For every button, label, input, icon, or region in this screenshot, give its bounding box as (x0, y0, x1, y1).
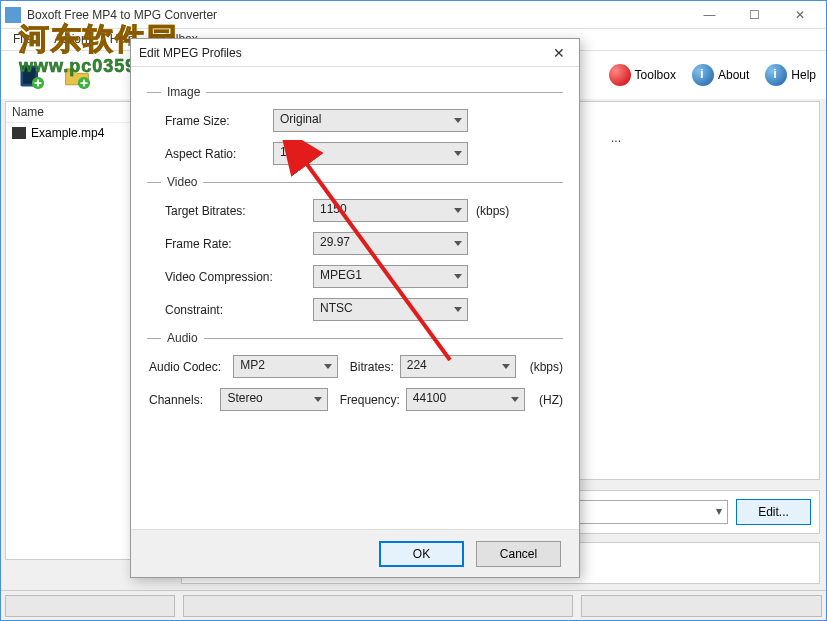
kbps-unit: (kbps) (476, 204, 509, 218)
main-toolbar-left (11, 56, 97, 96)
help-label: Help (791, 68, 816, 82)
dialog-close-button[interactable]: ✕ (547, 45, 571, 61)
target-bitrates-select[interactable]: 1150 (313, 199, 468, 222)
add-file-button[interactable] (11, 56, 51, 96)
hz-unit: (HZ) (539, 393, 563, 407)
group-video-label: Video (167, 175, 197, 189)
video-compression-select[interactable]: MPEG1 (313, 265, 468, 288)
aspect-ratio-select[interactable]: 1:1 (273, 142, 468, 165)
ellipsis: ... (611, 131, 621, 145)
window-title: Boxoft Free MP4 to MPG Converter (27, 8, 687, 22)
audio-codec-label: Audio Codec: (149, 360, 227, 374)
add-folder-button[interactable] (57, 56, 97, 96)
status-seg-2 (183, 595, 573, 617)
audio-bitrates-select[interactable]: 224 (400, 355, 516, 378)
channels-select[interactable]: Stereo (220, 388, 327, 411)
group-image: Image Frame Size: Original Aspect Ratio:… (147, 85, 563, 165)
dialog-button-bar: OK Cancel (131, 529, 579, 577)
help-icon (765, 64, 787, 86)
audio-codec-select[interactable]: MP2 (233, 355, 337, 378)
about-icon (692, 64, 714, 86)
dialog-title: Edit MPEG Profiles (139, 46, 547, 60)
cancel-button[interactable]: Cancel (476, 541, 561, 567)
dialog-body: Image Frame Size: Original Aspect Ratio:… (131, 67, 579, 429)
file-name: Example.mp4 (31, 126, 104, 140)
menu-action[interactable]: Action (48, 29, 93, 50)
toolbox-icon (609, 64, 631, 86)
constraint-select[interactable]: NTSC (313, 298, 468, 321)
toolbar-about[interactable]: About (692, 64, 749, 86)
group-audio: Audio Audio Codec: MP2 Bitrates: 224 (kb… (147, 331, 563, 411)
menu-file[interactable]: File (7, 29, 38, 50)
bitrates-label: Bitrates: (350, 360, 394, 374)
frequency-label: Frequency: (340, 393, 400, 407)
about-label: About (718, 68, 749, 82)
kbps-unit-2: (kbps) (530, 360, 563, 374)
edit-button[interactable]: Edit... (736, 499, 811, 525)
aspect-ratio-label: Aspect Ratio: (165, 147, 273, 161)
maximize-button[interactable]: ☐ (732, 1, 777, 29)
group-video: Video Target Bitrates: 1150 (kbps) Frame… (147, 175, 563, 321)
video-compression-label: Video Compression: (165, 270, 295, 284)
toolbar-toolbox[interactable]: Toolbox (609, 64, 676, 86)
frame-rate-select[interactable]: 29.97 (313, 232, 468, 255)
close-button[interactable]: ✕ (777, 1, 822, 29)
status-bar (1, 590, 826, 620)
frame-size-select[interactable]: Original (273, 109, 468, 132)
constraint-label: Constraint: (165, 303, 273, 317)
minimize-button[interactable]: — (687, 1, 732, 29)
frame-rate-label: Frame Rate: (165, 237, 273, 251)
status-seg-3 (581, 595, 822, 617)
channels-label: Channels: (149, 393, 214, 407)
group-audio-label: Audio (167, 331, 198, 345)
frequency-select[interactable]: 44100 (406, 388, 525, 411)
edit-mpeg-profiles-dialog: Edit MPEG Profiles ✕ Image Frame Size: O… (130, 38, 580, 578)
toolbox-label: Toolbox (635, 68, 676, 82)
dialog-titlebar: Edit MPEG Profiles ✕ (131, 39, 579, 67)
main-titlebar: Boxoft Free MP4 to MPG Converter — ☐ ✕ (1, 1, 826, 29)
frame-size-label: Frame Size: (165, 114, 273, 128)
toolbar-help[interactable]: Help (765, 64, 816, 86)
target-bitrates-label: Target Bitrates: (165, 204, 273, 218)
app-icon (5, 7, 21, 23)
video-file-icon (12, 127, 26, 139)
ok-button[interactable]: OK (379, 541, 464, 567)
status-seg-1 (5, 595, 175, 617)
group-image-label: Image (167, 85, 200, 99)
